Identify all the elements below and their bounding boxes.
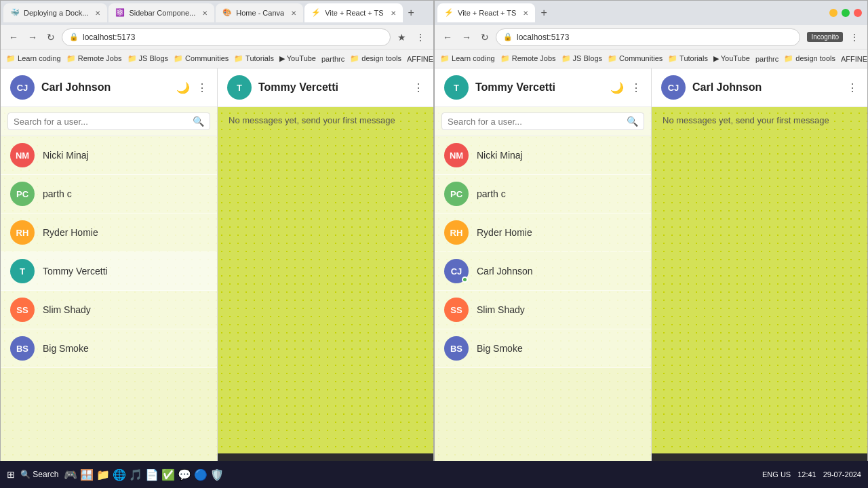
left-browser: 🐳 Deploying a Dock... ✕ ⚛️ Sidebar Compo… [0,0,434,488]
bookmark-communities-right[interactable]: 📁 Communities [608,54,663,63]
taskbar-app-7[interactable]: ✅ [161,468,175,481]
bookmark-design-tools-left[interactable]: 📁 design tools [350,54,401,63]
right-browser: ⚡ Vite + React + TS ✕ + ← → ↻ 🔒 localhos… [434,0,868,488]
search-taskbar[interactable]: 🔍 Search [20,470,58,479]
right-contact-name-carl: Carl Johnson [477,266,533,277]
left-contact-nicki[interactable]: NM Nicki Minaj [1,136,217,175]
left-contact-slim[interactable]: SS Slim Shady [1,291,217,329]
taskbar-app-10[interactable]: 🛡️ [210,468,224,481]
bookmark-js-blogs-left[interactable]: 📁 JS Blogs [127,54,168,63]
left-tab-bar: 🐳 Deploying a Dock... ✕ ⚛️ Sidebar Compo… [1,1,433,25]
right-bookmarks-bar: 📁 Learn coding 📁 Remote Jobs 📁 JS Blogs … [435,49,867,68]
bookmark-affine-right[interactable]: AFFINE [841,55,867,63]
left-contact-name-ryder: Ryder Homie [43,227,98,238]
minimize-btn-right[interactable] [829,9,837,17]
taskbar-app-5[interactable]: 🎵 [129,468,142,481]
carl-online-dot [462,277,468,283]
tab-canva[interactable]: 🎨 Home - Canva ✕ [216,3,303,22]
left-address-bar[interactable]: 🔒 localhost:5173 [62,28,391,46]
bookmark-tutorials-right[interactable]: 📁 Tutorials [668,54,708,63]
left-empty-message: No messages yet, send your first message [229,115,395,125]
tab-vite-right[interactable]: ⚡ Vite + React + TS ✕ [437,3,535,22]
right-contact-nicki[interactable]: NM Nicki Minaj [435,136,651,175]
bookmark-remote-jobs-right[interactable]: 📁 Remote Jobs [500,54,556,63]
tab-close-vite-left[interactable]: ✕ [391,9,396,17]
tab-vite-left[interactable]: ⚡ Vite + React + TS ✕ [304,3,402,22]
left-contact-name-tommy: Tommy Vercetti [43,266,108,277]
right-address-bar-row: ← → ↻ 🔒 localhost:5173 Incognito ⋮ [435,25,867,49]
tab-sidebar[interactable]: ⚛️ Sidebar Compone... ✕ [108,3,214,22]
bookmark-remote-jobs-left[interactable]: 📁 Remote Jobs [66,54,122,63]
reload-btn-right[interactable]: ↻ [478,30,492,44]
close-btn-right[interactable] [854,9,862,17]
tab-label-deploying: Deploying a Dock... [24,9,88,17]
bookmark-learn-coding-left[interactable]: 📁 Learn coding [6,54,61,63]
right-search-icon[interactable]: 🔍 [627,116,638,127]
taskbar-app-2[interactable]: 🪟 [80,468,94,481]
more-icon-chat-right[interactable]: ⋮ [847,81,858,94]
new-tab-button-right[interactable]: + [536,7,551,19]
left-contact-ryder[interactable]: RH Ryder Homie [1,214,217,252]
right-contact-ryder[interactable]: RH Ryder Homie [435,214,651,252]
left-avatar-bigsmoke: BS [10,336,35,361]
bookmark-js-blogs-right[interactable]: 📁 JS Blogs [561,54,602,63]
right-contact-slim[interactable]: SS Slim Shady [435,291,651,329]
bookmark-btn-left[interactable]: ★ [395,30,409,44]
back-btn-right[interactable]: ← [440,30,455,44]
bookmark-parthrc-left[interactable]: parthrc [321,55,344,63]
more-btn-left[interactable]: ⋮ [413,30,428,44]
left-search-icon[interactable]: 🔍 [193,116,204,127]
more-icon-left[interactable]: ⋮ [197,81,208,94]
tab-close-canva[interactable]: ✕ [291,9,296,17]
bookmark-youtube-right[interactable]: ▶ YouTube [713,54,750,63]
left-contact-tommy[interactable]: T Tommy Vercetti [1,252,217,291]
tab-close-sidebar[interactable]: ✕ [202,9,208,17]
right-search-input[interactable] [448,117,623,127]
bookmark-affine-left[interactable]: AFFINE [407,55,433,63]
moon-icon-right[interactable]: 🌙 [610,81,624,94]
right-address-bar[interactable]: 🔒 localhost:5173 [496,28,800,46]
left-contact-parth[interactable]: PC parth c [1,175,217,214]
right-contact-carl[interactable]: CJ Carl Johnson [435,252,651,291]
bookmark-tutorials-left[interactable]: 📁 Tutorials [234,54,274,63]
right-contact-parth[interactable]: PC parth c [435,175,651,214]
moon-icon-chat-left[interactable]: ⋮ [413,81,424,94]
left-current-user-initials: CJ [17,83,28,93]
taskbar-app-9[interactable]: 🔵 [194,468,208,481]
bookmark-design-tools-right[interactable]: 📁 design tools [784,54,835,63]
more-icon-right[interactable]: ⋮ [631,81,642,94]
left-avatar-slim: SS [10,298,35,322]
left-chat-header-icons: ⋮ [413,81,424,94]
reload-btn-left[interactable]: ↻ [44,30,58,44]
taskbar-app-8[interactable]: 💬 [178,468,191,481]
taskbar-app-3[interactable]: 📁 [96,468,110,481]
left-current-user-name: Carl Johnson [41,81,170,94]
maximize-btn-right[interactable] [842,9,850,17]
tab-close-deploying[interactable]: ✕ [95,9,100,17]
taskbar-app-6[interactable]: 📄 [145,468,159,481]
taskbar-app-4[interactable]: 🌐 [113,468,126,481]
tab-deploying[interactable]: 🐳 Deploying a Dock... ✕ [3,3,107,22]
moon-icon-left[interactable]: 🌙 [176,81,190,94]
bookmark-parthrc-right[interactable]: parthrc [755,55,778,63]
back-btn-left[interactable]: ← [6,30,21,44]
right-contact-name-parth: parth c [477,188,506,199]
start-icon[interactable]: ⊞ [7,469,15,480]
left-chat-area: T Tommy Vercetti ⋮ No messages yet, send… [218,68,433,488]
more-btn-right[interactable]: ⋮ [847,30,862,44]
right-contact-bigsmoke[interactable]: BS Big Smoke [435,329,651,368]
forward-btn-left[interactable]: → [25,30,40,44]
bookmark-learn-coding-right[interactable]: 📁 Learn coding [440,54,495,63]
left-search-input[interactable] [14,117,189,127]
tab-label-vite-left: Vite + React + TS [325,9,383,17]
bookmark-communities-left[interactable]: 📁 Communities [174,54,229,63]
forward-btn-right[interactable]: → [459,30,474,44]
right-sidebar-header: T Tommy Vercetti 🌙 ⋮ [435,68,651,107]
bookmark-youtube-left[interactable]: ▶ YouTube [279,54,316,63]
taskbar-app-1[interactable]: 🎮 [64,468,77,481]
left-address-bar-row: ← → ↻ 🔒 localhost:5173 ★ ⋮ [1,25,433,49]
left-contact-bigsmoke[interactable]: BS Big Smoke [1,329,217,368]
new-tab-button-left[interactable]: + [404,7,418,19]
right-selected-chat-avatar: T [444,75,469,100]
tab-close-vite-right[interactable]: ✕ [523,9,528,17]
